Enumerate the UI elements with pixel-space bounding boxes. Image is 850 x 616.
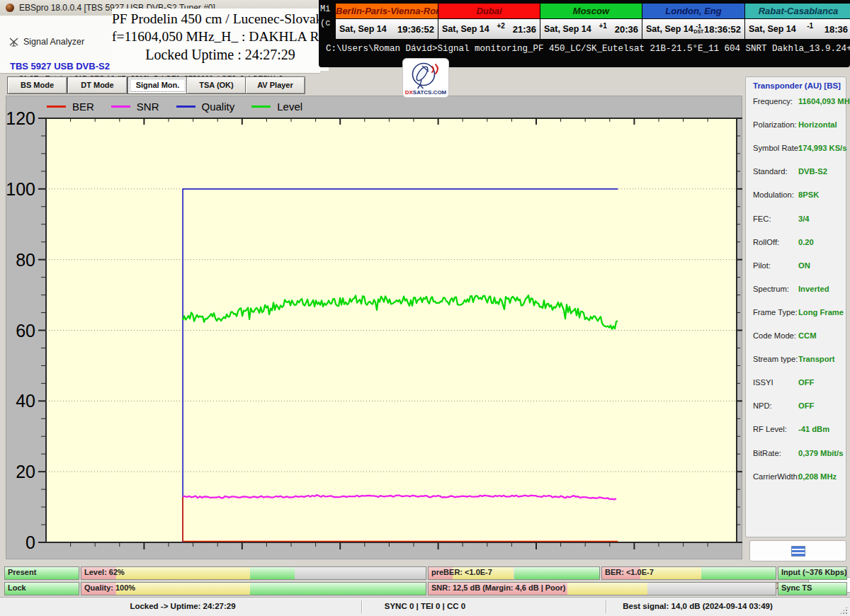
- row-label: Code Mode:: [753, 331, 798, 340]
- clock-time: 19:36:52: [397, 24, 434, 35]
- tab-bs-mode[interactable]: BS Mode: [7, 76, 67, 94]
- resize-grip[interactable]: [839, 606, 848, 615]
- transponder-row-rolloff-: RollOff:0.20: [753, 238, 841, 246]
- signal-analyzer-row: Signal Analyzer: [8, 37, 84, 47]
- row-label: Standard:: [753, 167, 798, 176]
- clock-time: 20:36: [615, 24, 638, 35]
- bar-label: Quality: 100%: [84, 583, 135, 592]
- row-value: Horizontal: [798, 120, 837, 129]
- app-icon: [6, 4, 14, 12]
- row-value: 0,379 Mbit/s: [798, 449, 843, 457]
- row-value: Transport: [798, 355, 835, 363]
- clock-date: Sat, Sep 14: [339, 24, 387, 34]
- svg-text:100: 100: [6, 179, 35, 199]
- row-label: CarrierWidth:: [753, 472, 798, 481]
- clock-time-row: Sat, Sep 14-118:36: [745, 19, 850, 39]
- clock-utc-offset: -1DST: [693, 23, 703, 35]
- bar-label: Level: 62%: [84, 568, 125, 576]
- statusbar-input-kbps-: Input (~376 Kbps): [778, 566, 847, 580]
- transponder-row-pilot-: Pilot:ON: [753, 261, 841, 270]
- row-value: -41 dBm: [798, 425, 829, 433]
- row-value: 8PSK: [798, 190, 819, 199]
- signal-chart: 020406080100120: [6, 96, 742, 559]
- row-label: RF Level:: [753, 425, 798, 433]
- transponder-row-issyi: ISSYIOFF: [753, 378, 841, 387]
- clock-city-label: Rabat-Casablanca: [745, 4, 850, 19]
- svg-text:20: 20: [16, 462, 35, 481]
- statusbar-level: Level: 62%: [81, 566, 426, 580]
- tab-signal-mon-[interactable]: Signal Mon.: [128, 76, 188, 94]
- row-value: ON: [798, 261, 810, 270]
- row-value: 0.20: [798, 238, 814, 246]
- terminal-window[interactable]: Mi (c Berlin-Paris-Vienna-RomaSat, Sep 1…: [319, 0, 850, 67]
- statusbar-preber: preBER: <1.0E-7: [428, 566, 600, 580]
- transponder-row-frequency-: Frequency:11604,093 MHz: [753, 97, 841, 105]
- svg-text:120: 120: [6, 108, 35, 128]
- clock-moscow: MoscowSat, Sep 14+120:36: [540, 4, 642, 39]
- row-label: Pilot:: [753, 261, 798, 270]
- row-label: ISSYI: [753, 378, 798, 387]
- transponder-row-standard-: Standard:DVB-S2: [753, 167, 841, 176]
- bar-segment-green: [250, 583, 426, 595]
- tab-dt-mode[interactable]: DT Mode: [67, 76, 128, 94]
- row-value: OFF: [798, 401, 814, 410]
- world-clocks-panel: Berlin-Paris-Vienna-RomaSat, Sep 1419:36…: [335, 3, 850, 40]
- antenna-icon: [8, 38, 19, 47]
- clock-dubai: DubaiSat, Sep 14+221:36: [438, 4, 540, 39]
- clock-date: Sat, Sep 14: [749, 24, 796, 34]
- bar-segment-gray: [647, 583, 776, 595]
- transponder-row-symbol-rate-: Symbol Rate:174,993 KS/s: [753, 144, 841, 152]
- stream-reader-button[interactable]: [749, 540, 846, 561]
- bar-segment-gray: [295, 567, 426, 579]
- transponder-row-bitrate-: BitRate:0,379 Mbit/s: [753, 449, 841, 457]
- osd-uptime: Locked Uptime : 24:27:29: [112, 45, 329, 64]
- row-value: 11604,093 MHz: [798, 97, 850, 105]
- statusbar-lock: Lock: [4, 582, 79, 595]
- tab-tsa-ok-[interactable]: TSA (OK): [186, 76, 246, 94]
- bar-label: Lock: [8, 583, 26, 592]
- clock-time: 18:36: [824, 24, 848, 35]
- clock-london-eng: London, EngSat, Sep 14-1DST18:36:52: [642, 4, 745, 39]
- clock-date: Sat, Sep 14: [442, 24, 489, 34]
- row-label: FEC:: [753, 215, 798, 223]
- row-label: Spectrum:: [753, 285, 798, 293]
- row-label: Symbol Rate:: [753, 144, 798, 152]
- transponder-row-stream-type-: Stream type:Transport: [753, 355, 841, 363]
- row-label: Frequency:: [753, 97, 798, 105]
- transponder-row-spectrum-: Spectrum:Inverted: [753, 285, 841, 293]
- row-value: Inverted: [798, 285, 829, 293]
- status-counters: SYNC 0 | TEI 0 | CC 0: [385, 602, 465, 610]
- clock-time: 21:36: [513, 24, 536, 35]
- transponder-row-fec-: FEC:3/4: [753, 215, 841, 223]
- bar-segment-green: [250, 567, 295, 579]
- row-value: 0,208 MHz: [798, 472, 837, 481]
- bar-segment-yellow: [116, 567, 251, 579]
- clock-berlin-paris-vienna-roma: Berlin-Paris-Vienna-RomaSat, Sep 1419:36…: [336, 4, 438, 39]
- svg-text:DXSATCS.COM: DXSATCS.COM: [405, 89, 446, 95]
- transponder-row-frame-type-: Frame Type:Long Frame: [753, 308, 841, 316]
- clock-city-label: Dubai: [438, 4, 540, 19]
- clock-time-row: Sat, Sep 14-1DST18:36:52: [642, 19, 744, 39]
- statusbar-sync-ts: Sync TS: [778, 582, 847, 595]
- row-value: Long Frame: [798, 308, 844, 316]
- osd-location: PF Prodelin 450 cm / Lucenec-Slovakia: [112, 8, 329, 28]
- row-label: Frame Type:: [753, 308, 798, 316]
- clock-time-row: Sat, Sep 1419:36:52: [336, 19, 438, 39]
- tab-av-player[interactable]: AV Player: [245, 76, 305, 94]
- bar-label: SNR: 12,5 dB (Margin: 4,6 dB | Poor): [431, 583, 566, 592]
- statusbar-quality: Quality: 100%: [81, 582, 426, 595]
- clock-utc-offset: -1: [807, 22, 813, 30]
- transponder-row-npd-: NPD:OFF: [753, 401, 841, 410]
- bar-segment-green: [514, 567, 600, 579]
- status-separator: [606, 600, 606, 613]
- transponder-row-modulation-: Modulation:8PSK: [753, 190, 841, 199]
- transponder-row-rf-level-: RF Level:-41 dBm: [753, 425, 841, 433]
- clock-time-row: Sat, Sep 14+120:36: [540, 19, 642, 39]
- clock-utc-offset: +1: [599, 22, 607, 30]
- bar-segment-yellow: [567, 583, 647, 595]
- terminal-fragment-1: Mi: [320, 4, 330, 14]
- transponder-row-polarization-: Polarization:Horizontal: [753, 120, 841, 129]
- svg-text:0: 0: [26, 532, 35, 552]
- row-label: BitRate:: [753, 449, 798, 457]
- status-uptime: Locked -> Uptime: 24:27:29: [130, 602, 235, 610]
